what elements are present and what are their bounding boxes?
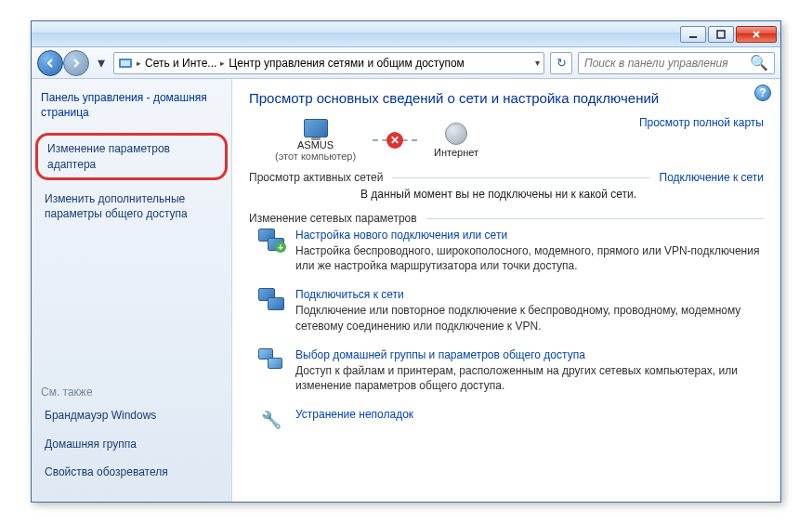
task-title: Выбор домашней группы и параметров общег… <box>295 348 764 361</box>
sidebar-homegroup[interactable]: Домашняя группа <box>41 435 222 453</box>
task-description: Подключение или повторное подключение к … <box>295 303 764 333</box>
svg-rect-1 <box>717 31 725 38</box>
task-title: Устранение неполадок <box>295 408 764 421</box>
content-area: Панель управления - домашняя страница Из… <box>32 79 780 502</box>
breadcrumb-current[interactable]: Центр управления сетями и общим доступом <box>229 57 465 70</box>
main-panel: ? Просмотр основных сведений о сети и на… <box>232 79 780 502</box>
task-title: Настройка нового подключения или сети <box>295 229 764 242</box>
forward-button[interactable] <box>63 50 89 76</box>
task-title: Подключиться к сети <box>295 288 764 301</box>
search-icon: 🔍 <box>750 54 768 72</box>
control-panel-icon <box>118 56 133 71</box>
breadcrumb-network[interactable]: Сеть и Инте... <box>145 57 216 70</box>
minimize-button[interactable] <box>680 26 706 43</box>
computer-icon <box>304 119 328 137</box>
connection-line: ✕ <box>373 139 417 141</box>
task-description: Доступ к файлам и принтерам, расположенн… <box>295 363 764 393</box>
navigation-bar: ▾ ▸ Сеть и Инте... ▸ Центр управления се… <box>32 47 780 79</box>
refresh-button[interactable]: ↻ <box>550 52 572 74</box>
control-panel-home-link[interactable]: Панель управления - домашняя страница <box>41 90 222 120</box>
node-this-computer: ASMUS (этот компьютер) <box>275 119 356 162</box>
connect-to-network-link[interactable]: Подключение к сети <box>660 171 764 184</box>
search-input[interactable] <box>584 57 746 70</box>
address-bar[interactable]: ▸ Сеть и Инте... ▸ Центр управления сетя… <box>113 52 544 74</box>
chevron-right-icon: ▸ <box>137 59 141 68</box>
node-internet: Интернет <box>434 123 478 158</box>
view-full-map-link[interactable]: Просмотр полной карты <box>639 116 764 129</box>
globe-icon <box>445 123 467 145</box>
change-settings-section: Изменение сетевых параметров + Настройка… <box>249 212 764 432</box>
new-connection-icon: + <box>258 229 284 253</box>
active-networks-heading: Просмотр активных сетей <box>249 171 383 184</box>
node-pc-label: ASMUS <box>297 139 334 150</box>
active-networks-section: Просмотр активных сетей Подключение к се… <box>249 171 764 201</box>
no-connection-note: В данный момент вы не подключены ни к ка… <box>360 188 764 201</box>
explorer-window: ▾ ▸ Сеть и Инте... ▸ Центр управления се… <box>31 20 781 503</box>
svg-rect-3 <box>121 60 130 66</box>
divider <box>426 218 764 219</box>
sidebar-browser-properties[interactable]: Свойства обозревателя <box>41 463 222 481</box>
help-icon[interactable]: ? <box>754 85 771 101</box>
task-description: Настройка беспроводного, широкополосного… <box>295 243 764 273</box>
address-dropdown-icon[interactable]: ▾ <box>535 58 540 68</box>
nav-history-dropdown[interactable]: ▾ <box>95 53 108 73</box>
close-button[interactable] <box>736 26 777 43</box>
back-button[interactable] <box>37 50 63 76</box>
sidebar-firewall[interactable]: Брандмауэр Windows <box>41 406 222 425</box>
chevron-right-icon: ▸ <box>220 59 225 68</box>
disconnected-icon: ✕ <box>386 132 403 149</box>
svg-rect-0 <box>689 36 697 38</box>
sidebar-adapter-settings[interactable]: Изменение параметров адаптера <box>35 133 228 179</box>
change-settings-heading: Изменение сетевых параметров <box>249 212 417 225</box>
task-connect-network[interactable]: Подключиться к сети Подключение или повт… <box>258 288 764 333</box>
troubleshoot-icon: 🔧 <box>258 408 284 432</box>
task-troubleshoot[interactable]: 🔧 Устранение неполадок <box>258 408 764 432</box>
homegroup-icon <box>258 348 284 373</box>
divider <box>392 177 649 178</box>
connect-network-icon <box>258 288 284 312</box>
titlebar <box>32 21 780 47</box>
see-also-heading: См. также <box>41 386 222 399</box>
page-title: Просмотр основных сведений о сети и наст… <box>249 90 764 106</box>
search-box[interactable]: 🔍 <box>578 52 775 74</box>
task-homegroup[interactable]: Выбор домашней группы и параметров общег… <box>258 348 764 393</box>
sidebar: Панель управления - домашняя страница Из… <box>32 79 232 502</box>
node-pc-sublabel: (этот компьютер) <box>275 150 356 162</box>
node-internet-label: Интернет <box>434 147 478 158</box>
maximize-button[interactable] <box>708 26 734 43</box>
sidebar-sharing-settings[interactable]: Изменить дополнительные параметры общего… <box>41 190 222 223</box>
task-new-connection[interactable]: + Настройка нового подключения или сети … <box>258 229 764 273</box>
